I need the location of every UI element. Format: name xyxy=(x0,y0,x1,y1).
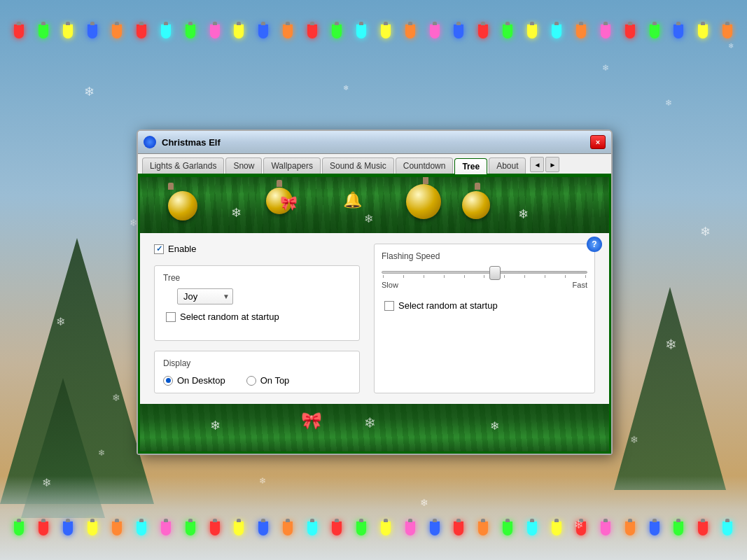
speed-random-checkbox[interactable] xyxy=(384,301,394,311)
light-bulb xyxy=(454,522,463,536)
snowflake: ❄ xyxy=(602,63,609,73)
snowflake: ❄ xyxy=(56,315,65,328)
light-bulb xyxy=(478,522,488,536)
light-bulb xyxy=(210,522,220,536)
tab-sound-music[interactable]: Sound & Music xyxy=(322,158,394,174)
snowflake: ❄ xyxy=(112,392,120,403)
speed-random-label: Select random at startup xyxy=(398,300,498,311)
content-area: 🎀 🔔 ❄ ❄ ❄ ? Enable Tree xyxy=(138,175,611,454)
light-bulb xyxy=(430,522,440,536)
light-bulb xyxy=(14,522,24,536)
tree-random-row: Select random at startup xyxy=(163,312,351,322)
radio-ontop[interactable] xyxy=(246,376,256,386)
light-bulb xyxy=(63,24,73,38)
snowflake: ❄ xyxy=(259,476,266,486)
light-bulb xyxy=(356,522,366,536)
light-bulb xyxy=(650,522,659,536)
garland-bottom: ❄ ❄ ❄ 🎀 xyxy=(140,404,609,451)
tab-wallpapers[interactable]: Wallpapers xyxy=(263,158,321,174)
tree-section-label: Tree xyxy=(163,273,351,283)
snowflake: ❄ xyxy=(42,476,51,489)
speed-random-row: Select random at startup xyxy=(382,300,587,311)
light-bulb xyxy=(332,24,342,38)
light-bulb xyxy=(625,522,635,536)
light-bulb xyxy=(112,522,122,536)
tab-about[interactable]: About xyxy=(489,158,526,174)
snowflake: ❄ xyxy=(630,434,638,445)
light-bulb xyxy=(356,24,366,38)
tab-lights-garlands[interactable]: Lights & Garlands xyxy=(142,158,224,174)
display-section-wrapper: Display On Desktop On Top xyxy=(154,351,360,393)
light-bulb xyxy=(673,24,683,38)
garland-top: 🎀 🔔 ❄ ❄ ❄ xyxy=(140,177,609,233)
light-bulb xyxy=(698,24,708,38)
light-bulb xyxy=(552,24,561,38)
slider-thumb[interactable] xyxy=(489,266,501,280)
light-bulb xyxy=(88,522,97,536)
light-bulb xyxy=(39,24,48,38)
light-bulb xyxy=(210,24,220,38)
slider-container xyxy=(382,271,587,278)
lights-top-string xyxy=(0,0,747,42)
light-bulb xyxy=(307,522,317,536)
enable-checkbox[interactable] xyxy=(154,244,164,254)
light-bulb xyxy=(722,522,732,536)
tab-tree[interactable]: Tree xyxy=(454,158,487,174)
light-bulb xyxy=(576,24,586,38)
light-bulb xyxy=(161,522,171,536)
light-bulb xyxy=(430,24,440,38)
light-bulb xyxy=(527,522,537,536)
slider-labels: Slow Fast xyxy=(382,281,587,289)
lights-bottom-string xyxy=(0,518,747,560)
light-bulb xyxy=(673,522,683,536)
light-bulb xyxy=(234,24,244,38)
tree-random-checkbox[interactable] xyxy=(166,312,176,322)
main-content: Enable Tree Joy Select random at startup xyxy=(140,233,609,404)
light-bulb xyxy=(186,24,195,38)
light-bulb xyxy=(381,24,391,38)
radio-desktop-label: On Desktop xyxy=(177,375,225,386)
tab-prev-button[interactable]: ◄ xyxy=(530,157,544,172)
light-bulb xyxy=(722,24,732,38)
light-bulb xyxy=(88,24,97,38)
tab-countdown[interactable]: Countdown xyxy=(396,158,454,174)
tree-dropdown[interactable]: Joy xyxy=(177,288,233,304)
dropdown-row: Joy xyxy=(163,288,351,304)
light-bulb xyxy=(552,522,561,536)
light-bulb xyxy=(137,24,146,38)
snowflake: ❄ xyxy=(700,224,711,239)
radio-desktop[interactable] xyxy=(163,376,173,386)
snowflake: ❄ xyxy=(665,98,672,108)
tree-random-label: Select random at startup xyxy=(180,312,279,322)
snowflake: ❄ xyxy=(343,84,349,92)
title-bar: Christmas Elf × xyxy=(138,131,611,154)
tab-next-button[interactable]: ► xyxy=(545,157,559,172)
close-button[interactable]: × xyxy=(590,135,606,149)
display-section: Display On Desktop On Top xyxy=(154,351,360,393)
right-panel: Flashing Speed xyxy=(374,244,595,393)
light-bulb xyxy=(14,24,24,38)
light-bulb xyxy=(112,24,122,38)
snowflake: ❄ xyxy=(665,336,677,353)
radio-ontop-label: On Top xyxy=(260,375,290,386)
light-bulb xyxy=(332,522,342,536)
radio-group: On Desktop On Top xyxy=(163,375,351,386)
snowflake: ❄ xyxy=(84,84,95,99)
light-bulb xyxy=(405,522,415,536)
left-panel: Enable Tree Joy Select random at startup xyxy=(154,244,360,393)
help-button[interactable]: ? xyxy=(587,237,602,252)
dialog-window: Christmas Elf × Lights & Garlands Snow W… xyxy=(137,130,613,455)
tab-snow[interactable]: Snow xyxy=(225,158,262,174)
light-bulb xyxy=(137,522,146,536)
light-bulb xyxy=(381,522,391,536)
light-bulb xyxy=(601,522,610,536)
slider-track xyxy=(382,271,587,274)
window-title: Christmas Elf xyxy=(162,137,590,148)
light-bulb xyxy=(186,522,195,536)
fast-label: Fast xyxy=(573,281,587,289)
slow-label: Slow xyxy=(382,281,398,289)
light-bulb xyxy=(503,24,512,38)
light-bulb xyxy=(405,24,415,38)
enable-label: Enable xyxy=(168,244,196,254)
light-bulb xyxy=(625,24,635,38)
